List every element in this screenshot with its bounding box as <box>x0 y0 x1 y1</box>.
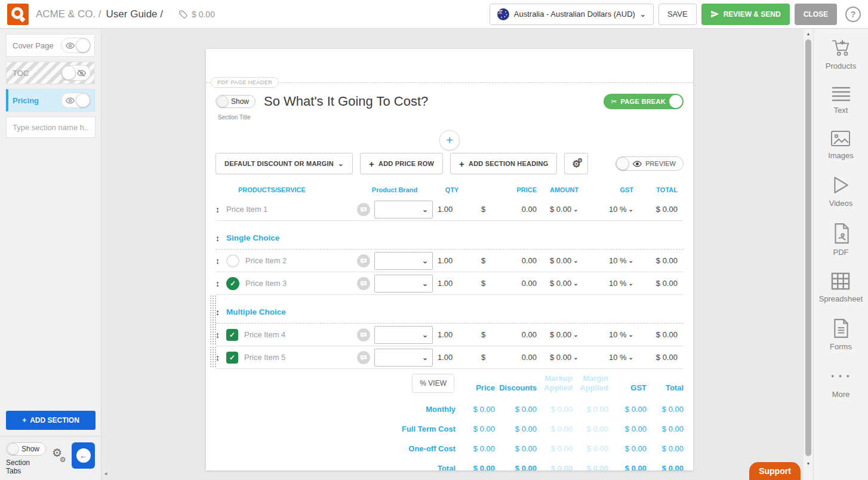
price-item-name[interactable]: Price Item 5 <box>244 353 285 362</box>
save-button[interactable]: SAVE <box>658 4 697 25</box>
breadcrumb-company[interactable]: ACME & CO. / <box>36 8 101 20</box>
gst-dropdown[interactable]: 10 %⌄ <box>580 330 633 339</box>
price-value[interactable]: 0.00 <box>495 330 537 339</box>
section-heading-label[interactable]: Multiple Choice <box>226 307 286 316</box>
price-value[interactable]: 0.00 <box>495 256 537 265</box>
qty-value[interactable]: 1.00 <box>433 256 471 265</box>
brand-select[interactable]: ⌄ <box>374 275 433 293</box>
brand-select[interactable]: ⌄ <box>374 201 433 219</box>
new-section-name-input[interactable] <box>6 116 96 138</box>
section-title[interactable]: So What's It Going To Cost? <box>264 94 604 109</box>
radio-selected[interactable]: ✓ <box>226 277 239 290</box>
australia-flag-icon <box>497 8 509 20</box>
tool-more[interactable]: • • • More <box>831 366 850 399</box>
gst-dropdown[interactable]: 10 %⌄ <box>580 353 633 362</box>
pdf-page-header-pill[interactable]: PDF PAGE HEADER <box>211 77 279 88</box>
price-value[interactable]: 0.00 <box>495 279 537 288</box>
visibility-toggle-off[interactable] <box>61 65 91 81</box>
tool-images[interactable]: Images <box>828 130 854 160</box>
checkbox-checked[interactable]: ✓ <box>226 329 238 341</box>
comment-icon[interactable] <box>356 254 374 268</box>
drag-handle-icon[interactable]: ↕ <box>216 205 226 214</box>
gst-dropdown[interactable]: 10 %⌄ <box>580 279 633 288</box>
text-lines-icon <box>831 85 851 102</box>
gear-icon-small: ⚙ <box>577 157 583 164</box>
comment-icon[interactable] <box>356 276 374 291</box>
drag-handle-icon[interactable]: ↕ <box>216 330 226 340</box>
collapse-sidebar-button[interactable]: ← <box>72 442 95 469</box>
breadcrumb-page[interactable]: User Guide / <box>106 8 163 20</box>
amount-dropdown[interactable]: $ 0.00⌄ <box>537 279 580 288</box>
gst-dropdown[interactable]: 10 %⌄ <box>580 256 633 265</box>
amount-dropdown[interactable]: $ 0.00⌄ <box>537 330 580 339</box>
close-button[interactable]: CLOSE <box>795 4 837 25</box>
chevron-down-icon: ⌄ <box>338 160 344 167</box>
drag-handle-icon[interactable]: ↕ <box>216 353 226 362</box>
grid-icon <box>830 272 851 291</box>
visibility-toggle[interactable] <box>61 93 91 108</box>
review-send-button[interactable]: REVIEW & SEND <box>701 4 790 25</box>
sidebar-item-pricing[interactable]: Pricing <box>6 89 95 112</box>
add-price-row-button[interactable]: + ADD PRICE ROW <box>360 153 443 174</box>
price-item-name[interactable]: Price Item 3 <box>245 279 287 288</box>
tool-text[interactable]: Text <box>831 85 851 115</box>
comment-icon[interactable] <box>356 202 374 217</box>
ellipsis-icon: • • • <box>831 366 850 386</box>
amount-dropdown[interactable]: $ 0.00⌄ <box>537 205 580 214</box>
currency-dropdown[interactable]: Australia - Australian Dollars (AUD) ⌄ <box>490 4 654 25</box>
drag-handle-icon[interactable]: ↕ <box>216 233 226 243</box>
sidebar-item-toc[interactable]: TOC <box>6 61 95 84</box>
add-section-heading-button[interactable]: + ADD SECTION HEADING <box>450 153 557 174</box>
help-icon[interactable]: ? <box>845 7 861 22</box>
brand-select[interactable]: ⌄ <box>374 252 433 270</box>
sidebar-item-cover-page[interactable]: Cover Page <box>6 34 95 57</box>
price-item-name[interactable]: Price Item 2 <box>245 256 287 265</box>
gst-dropdown[interactable]: 10 %⌄ <box>580 205 633 214</box>
brand-select[interactable]: ⌄ <box>374 349 433 367</box>
brand-select[interactable]: ⌄ <box>374 326 433 344</box>
radio-unselected[interactable] <box>226 254 239 267</box>
section-title-show-toggle[interactable]: Show <box>216 95 256 108</box>
drag-handle-icon[interactable]: ↕ <box>216 307 226 317</box>
add-section-button[interactable]: + ADD SECTION <box>6 411 96 430</box>
tool-pdf[interactable]: PDF <box>832 223 851 257</box>
qty-value[interactable]: 1.00 <box>433 353 471 362</box>
section-heading-label[interactable]: Single Choice <box>226 233 279 242</box>
tool-spreadsheet[interactable]: Spreadsheet <box>819 272 863 303</box>
default-discount-dropdown[interactable]: DEFAULT DISCOUNT OR MARGIN ⌄ <box>216 153 353 174</box>
panel-collapse-icon[interactable]: ◄ <box>103 471 108 476</box>
scrollbar-thumb[interactable] <box>805 39 811 456</box>
tool-videos[interactable]: Videos <box>829 175 853 208</box>
qty-value[interactable]: 1.00 <box>433 330 471 339</box>
plus-icon: + <box>22 416 26 424</box>
tool-forms[interactable]: Forms <box>830 318 852 351</box>
qty-value[interactable]: 1.00 <box>433 279 471 288</box>
price-value[interactable]: 0.00 <box>495 205 537 214</box>
drag-handle-icon[interactable]: ↕ <box>216 256 226 266</box>
amount-dropdown[interactable]: $ 0.00⌄ <box>537 353 580 362</box>
percent-view-button[interactable]: % VIEW <box>412 374 454 393</box>
checkbox-checked[interactable]: ✓ <box>226 352 238 364</box>
price-item-name[interactable]: Price Item 1 <box>226 205 267 214</box>
price-value[interactable]: 0.00 <box>495 353 537 362</box>
scroll-up-icon[interactable]: ▲ <box>804 32 813 36</box>
chevron-down-icon: ⌄ <box>422 354 428 361</box>
section-tabs-toggle[interactable]: Show <box>6 442 46 456</box>
visibility-toggle[interactable] <box>61 38 91 53</box>
add-block-button[interactable]: + <box>439 130 460 150</box>
comment-icon[interactable] <box>356 350 374 365</box>
price-item-name[interactable]: Price Item 4 <box>244 330 285 339</box>
table-settings-button[interactable]: ⚙ ⚙ <box>564 153 588 174</box>
support-button[interactable]: Support <box>749 462 801 480</box>
scroll-down-icon[interactable]: ▼ <box>804 461 813 466</box>
amount-dropdown[interactable]: $ 0.00⌄ <box>537 256 580 265</box>
app-logo[interactable] <box>7 4 29 25</box>
page-break-toggle[interactable]: ✂ PAGE BREAK <box>604 94 684 109</box>
preview-toggle[interactable]: PREVIEW <box>615 156 684 171</box>
comment-icon[interactable] <box>356 328 374 342</box>
vertical-scrollbar[interactable]: ▲ ▼ <box>804 29 813 480</box>
drag-handle-icon[interactable]: ↕ <box>216 279 226 288</box>
tool-products[interactable]: Products <box>826 38 856 70</box>
settings-gears-icon[interactable]: ⚙ ⚙ <box>52 446 66 463</box>
qty-value[interactable]: 1.00 <box>433 205 471 214</box>
